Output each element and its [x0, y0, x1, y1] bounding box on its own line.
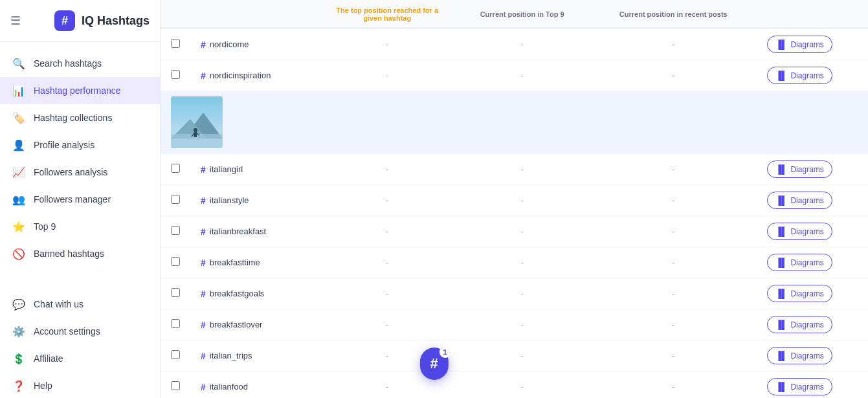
sidebar-item-top9[interactable]: ⭐ Top 9	[0, 213, 160, 240]
top-pos-value: -	[320, 247, 454, 278]
row-checkbox-cell[interactable]	[161, 60, 190, 91]
sidebar-item-label: Hashtag performance	[34, 85, 121, 96]
sidebar-item-label: Account settings	[34, 326, 100, 337]
recent-value: -	[590, 154, 757, 185]
diagrams-button[interactable]: ▐▌ Diagrams	[767, 316, 832, 333]
row-checkbox[interactable]	[171, 70, 180, 79]
hash-icon: #	[201, 320, 206, 330]
table-row: # breakfasttime - - - ▐▌ Diagrams	[161, 247, 868, 278]
row-checkbox[interactable]	[171, 226, 180, 235]
diagrams-button[interactable]: ▐▌ Diagrams	[767, 378, 832, 395]
app-title: IQ Hashtags	[82, 14, 150, 28]
sidebar-item-label: Chat with us	[34, 299, 83, 309]
table-row: # italianbreakfast - - - ▐▌ Diagrams	[161, 216, 868, 247]
row-checkbox-cell[interactable]	[161, 216, 190, 247]
bar-icon: ▐▌	[775, 351, 787, 360]
row-checkbox-cell[interactable]	[161, 247, 190, 278]
sidebar-item-banned-hashtags[interactable]: 🚫 Banned hashtags	[0, 240, 160, 267]
diagrams-button[interactable]: ▐▌ Diagrams	[767, 160, 832, 178]
actions-cell: ▐▌ Diagrams	[757, 216, 868, 247]
diagrams-label: Diagrams	[790, 196, 823, 205]
sidebar-item-followers-manager[interactable]: 👥 Followers manager	[0, 186, 160, 213]
hashtag-table: The top position reached for a given has…	[161, 0, 868, 398]
table-row: # italianstyle - - - ▐▌ Diagrams	[161, 185, 868, 216]
diagrams-button[interactable]: ▐▌ Diagrams	[767, 347, 832, 364]
cur9-value: -	[454, 185, 590, 216]
hashtag-cell: # breakfastlover	[190, 309, 320, 340]
row-checkbox[interactable]	[171, 350, 180, 359]
row-checkbox[interactable]	[171, 381, 180, 390]
row-checkbox-cell[interactable]	[161, 340, 190, 371]
trend-icon: 📈	[12, 165, 26, 179]
bar-icon: ▐▌	[775, 320, 787, 329]
preview-row	[161, 91, 868, 154]
row-checkbox[interactable]	[171, 288, 180, 297]
bar-chart-icon: 📊	[12, 83, 26, 98]
actions-cell: ▐▌ Diagrams	[757, 247, 868, 278]
diagrams-button[interactable]: ▐▌ Diagrams	[767, 254, 832, 271]
actions-cell: ▐▌ Diagrams	[757, 60, 868, 91]
sidebar-item-followers-analysis[interactable]: 📈 Followers analysis	[0, 159, 160, 186]
sidebar-item-affiliate[interactable]: 💲 Affiliate	[0, 345, 160, 372]
diagrams-button[interactable]: ▐▌ Diagrams	[767, 36, 832, 53]
top-pos-value: -	[320, 309, 454, 340]
sidebar-header: ☰ # IQ Hashtags	[0, 0, 160, 42]
row-checkbox-cell[interactable]	[161, 371, 190, 399]
hash-icon: #	[201, 258, 206, 268]
logo-char: #	[61, 14, 68, 28]
diagrams-button[interactable]: ▐▌ Diagrams	[767, 67, 832, 84]
sidebar-nav: 🔍 Search hashtags 📊 Hashtag performance …	[0, 42, 160, 275]
preview-svg	[171, 96, 223, 148]
diagrams-button[interactable]: ▐▌ Diagrams	[767, 285, 832, 302]
sidebar-item-label: Hashtag collections	[34, 113, 112, 123]
row-checkbox-cell[interactable]	[161, 185, 190, 216]
diagrams-label: Diagrams	[790, 165, 823, 174]
top-pos-value: -	[320, 154, 454, 185]
bar-icon: ▐▌	[775, 71, 787, 80]
bar-icon: ▐▌	[775, 195, 787, 205]
hashtag-cell: # italianbreakfast	[190, 216, 320, 247]
row-checkbox-cell[interactable]	[161, 154, 190, 185]
sidebar-item-profile-analysis[interactable]: 👤 Profile analysis	[0, 131, 160, 159]
diagrams-button[interactable]: ▐▌ Diagrams	[767, 223, 832, 240]
table-row: # italiangirl - - - ▐▌ Diagrams	[161, 154, 868, 185]
app-logo: #	[54, 10, 75, 31]
sidebar-item-hashtag-collections[interactable]: 🏷️ Hashtag collections	[0, 104, 160, 131]
row-checkbox-cell[interactable]	[161, 278, 190, 309]
row-checkbox[interactable]	[171, 164, 180, 173]
cur9-value: -	[454, 154, 590, 185]
cur9-value: -	[454, 247, 590, 278]
hashtag-name: italiangirl	[210, 164, 243, 174]
sidebar-item-hashtag-performance[interactable]: 📊 Hashtag performance	[0, 77, 160, 104]
diagrams-button[interactable]: ▐▌ Diagrams	[767, 192, 832, 209]
hashtag-cell: # italiangirl	[190, 154, 320, 185]
recent-value: -	[590, 60, 757, 91]
hash-icon: #	[201, 351, 206, 361]
sidebar-item-search-hashtags[interactable]: 🔍 Search hashtags	[0, 50, 160, 77]
search-icon: 🔍	[12, 56, 26, 71]
row-checkbox[interactable]	[171, 257, 180, 266]
recent-value: -	[590, 371, 757, 399]
diagrams-label: Diagrams	[790, 320, 823, 329]
tag-icon: 🏷️	[12, 111, 26, 125]
top-pos-value: -	[320, 216, 454, 247]
hamburger-icon[interactable]: ☰	[10, 14, 21, 28]
row-checkbox[interactable]	[171, 39, 180, 48]
recent-value: -	[590, 216, 757, 247]
cur9-value: -	[454, 371, 590, 399]
sidebar-item-label: Top 9	[34, 221, 56, 232]
cur9-value: -	[454, 216, 590, 247]
row-checkbox[interactable]	[171, 319, 180, 328]
fab-badge[interactable]: # 1	[419, 348, 448, 380]
table-row: # nordicinspiration - - - ▐▌ Diagrams	[161, 60, 868, 91]
sidebar-item-chat[interactable]: 💬 Chat with us	[0, 291, 160, 318]
actions-cell: ▐▌ Diagrams	[757, 278, 868, 309]
row-checkbox[interactable]	[171, 195, 180, 204]
row-checkbox-cell[interactable]	[161, 29, 190, 60]
sidebar-item-help[interactable]: ❓ Help	[0, 372, 160, 398]
col-current-recent-header: Current position in recent posts	[590, 0, 757, 29]
row-checkbox-cell[interactable]	[161, 309, 190, 340]
hash-icon: #	[201, 227, 206, 237]
sidebar-item-account-settings[interactable]: ⚙️ Account settings	[0, 318, 160, 345]
hashtag-name: breakfastgoals	[210, 289, 265, 298]
